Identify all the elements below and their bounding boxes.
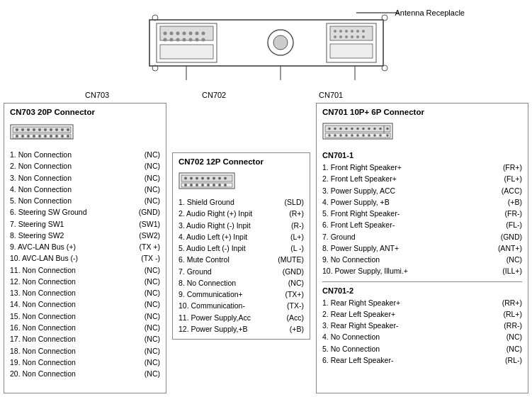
svg-point-109 (379, 134, 382, 137)
list-item: 15. Non Connection(NC) (10, 311, 160, 322)
list-item: 12. Power Supply,+B(+B) (179, 323, 304, 335)
top-diagram: Antenna Receplacle (0, 0, 532, 103)
svg-point-29 (334, 35, 336, 38)
svg-point-77 (184, 184, 187, 186)
list-item: 3. Audio Right (-) Inpit(R-) (179, 220, 304, 231)
list-item: 18. Non Connection(NC) (10, 345, 160, 357)
list-item: 2. Non Connection(NC) (10, 160, 160, 172)
cn701-title: CN701 10P+ 6P Connector (322, 108, 522, 116)
svg-point-83 (218, 184, 221, 186)
svg-point-70 (196, 177, 198, 180)
list-item: 10. Power Supply, Illumi.+(ILL+) (322, 265, 522, 276)
cn703-panel: CN703 20P Connector (4, 103, 166, 393)
list-item: 6. Front Left Speaker-(FL-) (322, 219, 522, 230)
svg-point-15 (188, 38, 192, 42)
svg-point-24 (339, 30, 342, 33)
svg-point-96 (379, 128, 382, 130)
list-item: 19. Non Connection(NC) (10, 357, 160, 368)
cn702-label: CN702 (202, 91, 226, 99)
svg-point-82 (213, 184, 215, 186)
svg-point-4 (163, 32, 166, 35)
main-content: CN703 20P Connector (0, 103, 532, 393)
svg-point-63 (55, 135, 58, 138)
svg-point-51 (50, 128, 52, 131)
svg-point-27 (356, 30, 359, 33)
svg-rect-35 (330, 44, 373, 58)
svg-point-89 (339, 128, 342, 130)
svg-point-10 (201, 32, 205, 35)
list-item: 6. Steering SW Ground(GND) (10, 206, 160, 218)
svg-point-93 (362, 128, 365, 130)
svg-point-102 (339, 134, 342, 137)
list-item: 16. Non Connection(NC) (10, 322, 160, 333)
antenna-label: Antenna Receplacle (395, 9, 465, 17)
svg-point-92 (356, 128, 359, 130)
svg-point-71 (201, 177, 204, 180)
svg-point-9 (195, 32, 198, 35)
cn701-2-pin-list: 1. Rear Right Speaker+(RR+)2. Rear Left … (322, 297, 522, 367)
cn702-title: CN702 12P Connector (179, 157, 304, 166)
svg-point-53 (61, 128, 64, 131)
list-item: 3. Power Supply, ACC(ACC) (322, 185, 522, 196)
svg-point-13 (176, 38, 179, 42)
list-item: 7. Ground(GND) (322, 231, 522, 242)
list-item: 5. Front Right Speaker-(FR-) (322, 208, 522, 219)
antenna-line (356, 12, 399, 13)
svg-point-90 (345, 128, 348, 130)
svg-point-64 (61, 135, 64, 138)
list-item: 8. No Connection(NC) (179, 277, 304, 289)
svg-point-47 (27, 128, 30, 131)
svg-point-5 (169, 32, 173, 35)
svg-point-33 (356, 35, 359, 38)
svg-point-65 (67, 135, 69, 138)
svg-point-107 (368, 134, 370, 137)
svg-point-78 (190, 184, 193, 186)
svg-point-94 (368, 128, 370, 130)
connector-svg (107, 9, 426, 87)
list-item: 3. Non Connection(NC) (10, 172, 160, 184)
list-item: 12. Non Connection(NC) (10, 276, 160, 287)
list-item: 6. Mute Control(MUTE) (179, 254, 304, 265)
list-item: 1. Non Connection(NC) (10, 149, 160, 160)
list-item: 1. Rear Right Speaker+(RR+) (322, 297, 522, 308)
list-item: 6. Rear Left Speaker-(RL-) (322, 354, 522, 366)
cn701-connector-icon (322, 122, 393, 140)
svg-point-98 (386, 128, 389, 130)
svg-point-59 (33, 135, 35, 138)
cn702-pin-list: 1. Shield Ground(SLD)2. Audio Right (+) … (179, 196, 304, 335)
svg-rect-3 (160, 26, 213, 40)
cn701-sub1-title: CN701-1 (322, 151, 522, 160)
svg-point-73 (213, 177, 215, 180)
svg-point-40 (382, 15, 387, 21)
svg-point-103 (345, 134, 348, 137)
svg-point-8 (188, 32, 192, 35)
svg-point-106 (362, 134, 365, 137)
svg-point-46 (21, 128, 24, 131)
svg-point-50 (44, 128, 47, 131)
list-item: 11. Power Supply,Acc(Acc) (179, 312, 304, 323)
list-item: 9. No Connection(NC) (322, 254, 522, 265)
svg-point-16 (195, 38, 198, 42)
svg-point-108 (373, 134, 376, 137)
svg-point-52 (55, 128, 58, 131)
svg-point-80 (201, 184, 204, 186)
cn702-connector-icon (179, 172, 235, 190)
list-item: 5. Audio Left (-) Inpit(L -) (179, 242, 304, 254)
svg-point-62 (50, 135, 52, 138)
svg-point-110 (386, 134, 389, 137)
cn701-label: CN701 (319, 91, 343, 99)
svg-point-34 (362, 35, 365, 38)
cn701-panel: CN701 10P+ 6P Connector (316, 103, 528, 393)
svg-point-95 (373, 128, 376, 130)
list-item: 7. Steering SW1(SW1) (10, 218, 160, 230)
svg-point-88 (334, 128, 336, 130)
svg-point-84 (224, 184, 227, 186)
svg-point-68 (184, 177, 187, 180)
svg-point-100 (328, 134, 331, 137)
svg-point-49 (38, 128, 41, 131)
svg-point-69 (190, 177, 193, 180)
list-item: 9. Communication+(TX+) (179, 289, 304, 300)
svg-point-54 (67, 128, 69, 131)
list-item: 5. No Connection(NC) (322, 343, 522, 354)
list-item: 10. Communication-(TX-) (179, 300, 304, 311)
